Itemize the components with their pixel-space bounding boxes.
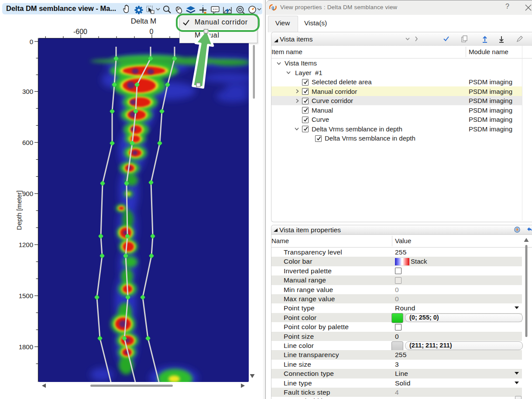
svg-text:g: g xyxy=(271,5,274,10)
